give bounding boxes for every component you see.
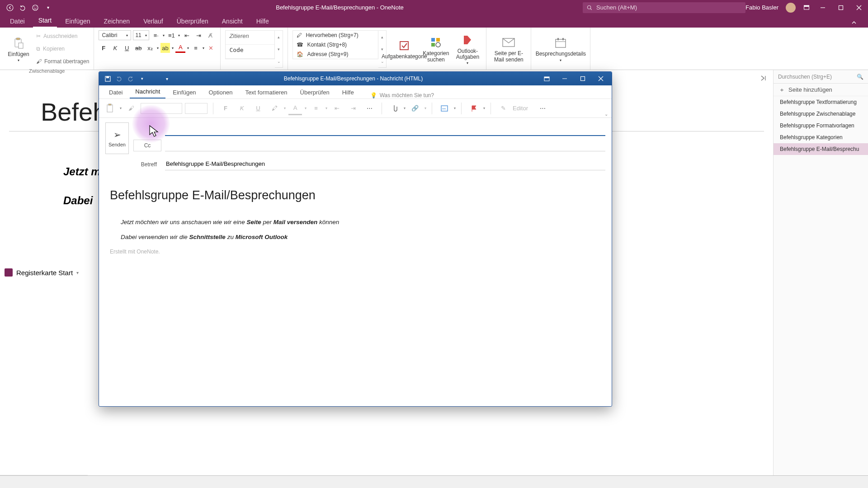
ol-tab-einfuegen[interactable]: Einfügen [167,86,201,99]
tab-ueberpruefen[interactable]: Überprüfen [171,16,214,28]
search-box[interactable]: Suchen (Alt+M) [583,2,745,13]
more-commands-icon[interactable]: ⋯ [536,102,550,115]
highlight-icon[interactable]: ab [160,43,170,53]
scissors-icon: ✂ [36,33,41,39]
tag-gallery-scroll[interactable]: ▴▾⌄ [378,30,387,68]
tag-highlight[interactable]: 🖊Hervorheben (Strg+7) [293,31,378,40]
ol-tab-text[interactable]: Text formatieren [240,86,292,99]
minimize-button[interactable] [557,73,573,84]
qat-dropdown-icon[interactable]: ▾ [44,4,52,11]
collapse-ribbon-icon[interactable] [846,18,862,28]
page-item-0[interactable]: Befehlsgruppe Textformatierung [774,96,868,108]
maximize-button[interactable] [575,73,591,84]
tab-zeichnen[interactable]: Zeichnen [99,16,136,28]
page-item-4[interactable]: Befehlsgruppe E-Mail/Besprechu [774,143,868,155]
page-item-3[interactable]: Befehlsgruppe Kategorien [774,131,868,143]
tab-einfuegen[interactable]: Einfügen [60,16,95,28]
page-email-button[interactable]: Seite per E-Mail senden [491,30,526,68]
undo-icon[interactable] [19,4,26,11]
style-quote[interactable]: Zitieren [226,31,274,45]
sidebar-search[interactable]: Durchsuchen (Strg+E) 🔍 [774,70,868,84]
maximize-button[interactable] [835,5,846,10]
bold-icon[interactable]: F [99,43,108,53]
ol-tab-hilfe[interactable]: Hilfe [337,86,359,99]
ribbon-mode-button[interactable] [538,73,555,84]
tag-contact[interactable]: ☎Kontakt (Strg+8) [293,40,378,50]
indent-icon[interactable]: ⇥ [193,30,203,40]
body-heading[interactable]: Befehlsgruppe E-Mail/Besprechungen [110,188,601,202]
styles-gallery[interactable]: Zitieren Code [225,30,275,59]
tab-datei[interactable]: Datei [5,16,30,28]
expand-ribbon-icon[interactable]: ⌄ [604,112,608,117]
bullets-icon[interactable]: ≡· [151,30,161,40]
cc-field[interactable] [165,140,605,151]
font-color-icon[interactable]: A [175,43,185,53]
ol-tab-datei[interactable]: Datei [104,86,128,99]
brush-icon: 🖌 [36,58,42,65]
qat-chevron-icon[interactable]: ▾ [141,76,143,81]
ol-tab-nachricht[interactable]: Nachricht [130,85,165,99]
underline-icon[interactable]: U [122,43,132,53]
more-format-icon[interactable]: ⋯ [363,102,376,115]
svg-rect-7 [804,5,809,7]
save-icon[interactable] [104,75,111,82]
paste-dropdown-icon[interactable]: ▾ [120,106,122,110]
user-name[interactable]: Fabio Basler [745,4,778,11]
attach-icon[interactable] [387,102,401,115]
meeting-details-button[interactable]: Besprechungsdetails▾ [536,30,585,68]
close-button[interactable] [854,5,864,10]
subscript-icon[interactable]: x₂ [145,43,155,53]
categories-search-button[interactable]: Kategorien suchen [422,30,450,68]
gallery-scroll[interactable]: ▴▾⌄ [275,30,283,68]
align-icon[interactable]: ≡ [191,43,201,53]
subject-field[interactable]: Befehlsgruppe E-Mail/Besprechungen [165,159,605,170]
format-painter-button[interactable]: 🖌Format übertragen [36,56,89,67]
chevron-down-icon[interactable]: ▾ [76,270,79,275]
tab-ansicht[interactable]: Ansicht [217,16,248,28]
task-label: Aufgabenkategorie [382,54,427,60]
task-category-button[interactable]: Aufgabenkategorie [390,30,418,68]
tab-hilfe[interactable]: Hilfe [251,16,274,28]
expand-pane-icon[interactable] [760,75,767,82]
font-size-combo[interactable]: 11▾ [133,30,149,40]
undo-icon[interactable] [116,75,123,82]
tab-verlauf[interactable]: Verlauf [138,16,169,28]
redo-icon[interactable] [127,75,134,82]
outdent-icon[interactable]: ⇤ [182,30,192,40]
numbering-icon[interactable]: ≡1 [166,30,176,40]
erase-icon[interactable]: ✕ [206,43,216,53]
ol-tab-optionen[interactable]: Optionen [203,86,238,99]
tags-gallery[interactable]: 🖊Hervorheben (Strg+7) ☎Kontakt (Strg+8) … [292,30,378,59]
minimize-button[interactable] [817,5,828,10]
tell-me[interactable]: 💡Was möchten Sie tun? [370,92,434,99]
outlook-tasks-button[interactable]: Outlook-Aufgaben▾ [453,30,481,68]
flag-icon[interactable] [467,102,481,115]
ribbon-display-icon[interactable] [803,4,810,11]
style-code[interactable]: Code [226,45,274,59]
emoji-icon[interactable] [32,4,39,11]
to-field[interactable] [165,124,605,136]
page-item-2[interactable]: Befehlsgruppe Formatvorlagen [774,120,868,131]
ol-tab-review[interactable]: Überprüfen [295,86,335,99]
add-page-button[interactable]: ＋ Seite hinzufügen [774,84,868,96]
signature-icon[interactable] [438,102,451,115]
back-icon[interactable] [6,4,14,11]
outlook-titlebar[interactable]: ▾ ▾ Befehlsgruppe E-Mail/Besprechungen -… [99,72,612,85]
body-p1[interactable]: Jetzt möchten wir uns anschauen wie wir … [121,219,601,225]
section-tab-label: Registerkarte Start [16,269,73,277]
font-name-combo[interactable]: Calibri▾ [99,30,131,40]
mail-body[interactable]: Befehlsgruppe E-Mail/Besprechungen Jetzt… [99,175,612,406]
close-button[interactable] [593,73,609,84]
body-p2[interactable]: Dabei verwenden wir die Schnittstelle zu… [121,234,601,240]
send-button[interactable]: ➢ Senden [105,122,129,154]
avatar[interactable] [786,3,796,13]
page-item-1[interactable]: Befehlsgruppe Zwischenablage [774,108,868,120]
paste-button[interactable] [104,102,117,115]
italic-icon[interactable]: K [110,43,120,53]
clear-format-icon[interactable]: A̸ [205,30,215,40]
cc-button[interactable]: Cc [133,140,161,151]
tab-start[interactable]: Start [33,15,57,28]
tag-address[interactable]: 🏠Adresse (Strg+9) [293,49,378,59]
strike-icon[interactable]: ab [133,43,143,53]
paste-button[interactable]: Einfügen ▾ [5,30,33,67]
